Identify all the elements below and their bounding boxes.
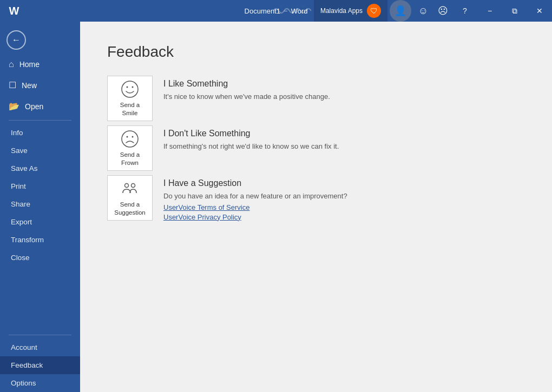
- shield-badge: 🛡: [367, 4, 381, 18]
- sidebar-divider-1: [9, 120, 71, 121]
- malavida-label: Malavida Apps: [320, 7, 363, 15]
- smile-label: Send a Smile: [120, 101, 140, 117]
- back-button[interactable]: ←: [6, 30, 26, 50]
- svg-point-7: [132, 184, 135, 188]
- sidebar-open-label: Open: [25, 102, 43, 111]
- send-frown-icon-box[interactable]: Send a Frown: [107, 125, 153, 171]
- suggestion-label: Send a Suggestion: [114, 201, 146, 217]
- sidebar-item-close[interactable]: Close: [0, 249, 80, 267]
- sidebar-item-print[interactable]: Print: [0, 177, 80, 195]
- uservoice-terms-link[interactable]: UserVoice Terms of Service: [163, 203, 347, 211]
- sidebar-item-home[interactable]: ⌂ Home: [0, 54, 80, 75]
- titlebar-left: W: [0, 2, 23, 19]
- uservoice-privacy-link[interactable]: UserVoice Privacy Policy: [163, 213, 347, 221]
- sidebar-item-share[interactable]: Share: [0, 195, 80, 213]
- close-button[interactable]: ✕: [527, 0, 552, 22]
- frown-icon: [120, 129, 140, 149]
- home-icon: ⌂: [9, 59, 14, 69]
- smile-feedback-btn[interactable]: ☺: [413, 0, 433, 22]
- sidebar-item-account[interactable]: Account: [0, 338, 80, 356]
- frown-text: I Don't Like Something If something's no…: [163, 125, 339, 152]
- sidebar-new-label: New: [22, 81, 37, 90]
- sidebar-item-options[interactable]: Options: [0, 374, 80, 392]
- smile-card-desc: It's nice to know when we've made a posi…: [163, 91, 330, 102]
- svg-point-4: [127, 136, 128, 138]
- smile-icon: [120, 79, 140, 99]
- new-icon: ☐: [9, 80, 16, 90]
- send-suggestion-icon-box[interactable]: Send a Suggestion: [107, 175, 153, 221]
- titlebar: W Document1 − Word Malavida Apps 🛡 👤 ☺ ☹…: [0, 0, 552, 22]
- page-title: Feedback: [107, 43, 525, 61]
- restore-button[interactable]: ⧉: [502, 0, 527, 22]
- sidebar-top: ← ⌂ Home ☐ New 📂 Open Info Save Save As …: [0, 22, 80, 271]
- sidebar-item-info[interactable]: Info: [0, 124, 80, 142]
- sidebar-item-open[interactable]: 📂 Open: [0, 96, 80, 117]
- sidebar-item-save[interactable]: Save: [0, 142, 80, 160]
- svg-point-1: [127, 87, 128, 88]
- suggestion-text: I Have a Suggestion Do you have an idea …: [163, 175, 347, 221]
- malavida-section: Malavida Apps 🛡: [314, 0, 387, 22]
- send-frown-card[interactable]: Send a Frown I Don't Like Something If s…: [107, 125, 525, 171]
- send-suggestion-card[interactable]: Send a Suggestion I Have a Suggestion Do…: [107, 175, 525, 221]
- minimize-button[interactable]: −: [477, 0, 502, 22]
- sidebar-home-label: Home: [19, 60, 40, 69]
- main-content: Feedback Send a Smile I Like Something I…: [80, 22, 552, 392]
- sidebar-item-export[interactable]: Export: [0, 213, 80, 231]
- sidebar-bottom: Account Feedback Options: [0, 331, 80, 392]
- titlebar-right: Malavida Apps 🛡 👤 ☺ ☹ ? − ⧉ ✕: [271, 0, 552, 22]
- frown-label: Send a Frown: [120, 151, 140, 167]
- sidebar-item-feedback[interactable]: Feedback: [0, 356, 80, 374]
- send-smile-card[interactable]: Send a Smile I Like Something It's nice …: [107, 76, 525, 121]
- smile-text: I Like Something It's nice to know when …: [163, 76, 330, 102]
- svg-point-2: [132, 87, 134, 88]
- suggestion-card-desc: Do you have an idea for a new feature or…: [163, 191, 347, 202]
- frown-card-desc: If something's not right we'd like to kn…: [163, 141, 339, 152]
- send-smile-icon-box[interactable]: Send a Smile: [107, 76, 153, 121]
- svg-point-5: [132, 136, 134, 138]
- frown-card-title: I Don't Like Something: [163, 129, 339, 138]
- sidebar-divider-2: [9, 335, 71, 335]
- suggestion-icon: [120, 179, 140, 198]
- sidebar: ← ⌂ Home ☐ New 📂 Open Info Save Save As …: [0, 22, 80, 392]
- sidebar-item-transform[interactable]: Transform: [0, 231, 80, 249]
- sidebar-item-new[interactable]: ☐ New: [0, 75, 80, 96]
- sidebar-item-save-as[interactable]: Save As: [0, 160, 80, 177]
- frown-feedback-btn[interactable]: ☹: [433, 0, 452, 22]
- smile-card-title: I Like Something: [163, 79, 330, 89]
- app-body: ← ⌂ Home ☐ New 📂 Open Info Save Save As …: [0, 22, 552, 392]
- svg-point-3: [122, 131, 138, 147]
- help-button[interactable]: ?: [452, 0, 477, 22]
- svg-point-6: [125, 184, 129, 188]
- open-icon: 📂: [9, 101, 19, 111]
- suggestion-card-title: I Have a Suggestion: [163, 178, 347, 188]
- svg-point-0: [122, 81, 138, 97]
